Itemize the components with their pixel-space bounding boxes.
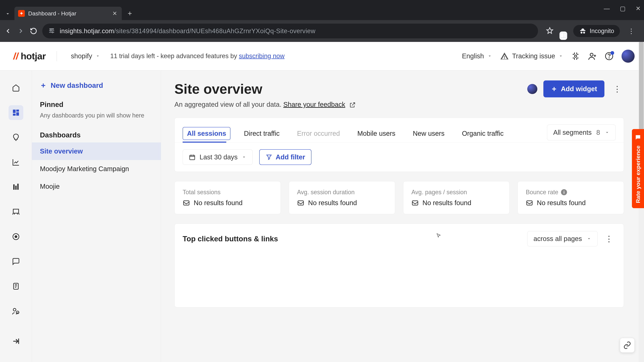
chevron-down-icon	[487, 52, 492, 60]
segment-mobile-users[interactable]: Mobile users	[353, 127, 400, 140]
svg-point-5	[574, 55, 577, 57]
rail-home[interactable]	[8, 80, 23, 95]
help-icon[interactable]	[605, 52, 614, 60]
minimize-icon[interactable]: —	[604, 5, 610, 12]
info-icon[interactable]: i	[561, 189, 567, 195]
segment-error-occurred[interactable]: Error occurred	[293, 127, 344, 140]
hotjar-favicon-icon: ✦	[18, 10, 25, 17]
tracking-status[interactable]: Tracking issue	[500, 52, 563, 60]
app-topbar: // hotjar shopify 11 trial days left - k…	[0, 42, 644, 70]
chevron-down-icon	[587, 235, 591, 243]
segment-new-users[interactable]: New users	[409, 127, 448, 140]
chevron-down-icon	[242, 153, 246, 161]
rail-engage[interactable]	[8, 304, 23, 319]
side-panel-icon[interactable]	[560, 31, 567, 40]
incognito-badge[interactable]: Incognito	[573, 25, 620, 37]
chevron-down-icon	[558, 52, 563, 60]
svg-rect-9	[13, 110, 16, 113]
svg-rect-15	[17, 184, 18, 190]
filters-panel: All sessions Direct traffic Error occurr…	[174, 118, 624, 172]
svg-rect-10	[16, 110, 19, 112]
rail-funnels[interactable]	[8, 180, 23, 194]
forward-button[interactable]	[17, 27, 25, 35]
back-button[interactable]	[4, 27, 12, 35]
rail-heatmaps[interactable]	[8, 204, 23, 219]
dashboards-heading: Dashboards	[32, 123, 161, 142]
page-title: Site overview	[174, 81, 521, 97]
browser-menu-icon[interactable]: ⋮	[626, 27, 636, 35]
user-avatar[interactable]	[622, 50, 634, 63]
add-widget-button[interactable]: Add widget	[544, 80, 604, 97]
new-dashboard-button[interactable]: New dashboard	[32, 78, 161, 92]
site-settings-icon[interactable]	[48, 27, 55, 35]
language-picker[interactable]: English	[462, 52, 492, 60]
rate-experience-tab[interactable]: Rate your experience	[632, 129, 644, 208]
external-link-icon	[349, 102, 356, 108]
svg-rect-13	[13, 184, 14, 190]
rail-recordings[interactable]	[8, 229, 23, 244]
invite-icon[interactable]	[588, 52, 597, 60]
bookmark-icon[interactable]	[546, 27, 554, 35]
warning-icon	[500, 52, 509, 60]
widget-title: Top clicked buttons & links	[183, 235, 527, 243]
url-text: insights.hotjar.com/sites/3814994/dashbo…	[60, 27, 316, 35]
svg-rect-0	[50, 29, 51, 29]
main-content: Site overview Add widget ⋮ An aggregated…	[161, 70, 644, 362]
site-picker[interactable]: shopify	[68, 51, 104, 61]
svg-point-19	[13, 308, 16, 311]
sidebar-item-site-overview[interactable]: Site overview	[32, 142, 161, 160]
page-more-icon[interactable]: ⋮	[610, 84, 624, 94]
sidebar-item-moojie[interactable]: Moojie	[32, 178, 161, 195]
browser-tab-active[interactable]: ✦ Dashboard - Hotjar ✕	[14, 7, 122, 20]
rail-dashboards[interactable]	[8, 105, 23, 120]
hotjar-logo[interactable]: // hotjar	[14, 51, 46, 61]
rail-highlights[interactable]	[8, 130, 23, 145]
metric-bounce-rate: Bounce ratei No results found	[518, 181, 624, 214]
metric-avg-duration: Avg. session duration No results found	[289, 181, 395, 214]
widget-scope-dropdown[interactable]: across all pages	[527, 231, 598, 246]
svg-point-3	[52, 32, 53, 33]
svg-point-17	[15, 236, 17, 238]
nav-rail	[0, 70, 32, 362]
segment-all-sessions[interactable]: All sessions	[183, 127, 230, 140]
svg-rect-12	[13, 114, 16, 116]
widget-top-clicked: Top clicked buttons & links across all p…	[174, 224, 624, 307]
svg-point-2	[50, 30, 52, 31]
rail-trends[interactable]	[8, 155, 23, 170]
page-subtitle: An aggregated view of all your data. Sha…	[174, 101, 624, 108]
rail-expand[interactable]	[8, 334, 23, 349]
date-range-picker[interactable]: Last 30 days	[183, 149, 252, 165]
hotjar-logo-text: hotjar	[21, 51, 46, 61]
close-tab-icon[interactable]: ✕	[112, 10, 117, 17]
reload-button[interactable]	[30, 27, 38, 35]
maximize-icon[interactable]: ▢	[620, 5, 626, 12]
chat-icon	[634, 134, 641, 142]
sidebar-item-moodjoy[interactable]: Moodjoy Marketing Campaign	[32, 160, 161, 178]
tab-search-dropdown[interactable]	[3, 9, 13, 19]
integrations-icon[interactable]	[571, 52, 580, 60]
widget-more-icon[interactable]: ⋮	[602, 234, 616, 244]
copy-link-fab[interactable]	[620, 338, 634, 353]
subscribe-link[interactable]: subscribing now	[239, 52, 284, 59]
chevron-down-icon	[605, 129, 610, 136]
share-feedback-link[interactable]: Share your feedback	[283, 101, 345, 108]
tab-title: Dashboard - Hotjar	[28, 10, 76, 17]
svg-rect-4	[560, 33, 566, 38]
svg-point-6	[590, 53, 593, 56]
url-field[interactable]: insights.hotjar.com/sites/3814994/dashbo…	[42, 24, 538, 38]
add-filter-button[interactable]: Add filter	[259, 149, 312, 165]
active-segment-underline	[183, 142, 226, 143]
chevron-down-icon	[96, 52, 100, 60]
owner-avatar[interactable]	[527, 84, 537, 94]
segment-direct-traffic[interactable]: Direct traffic	[240, 127, 284, 140]
dashboards-sidepanel: New dashboard Pinned Any dashboards you …	[32, 70, 161, 362]
all-segments-dropdown[interactable]: All segments 8	[547, 124, 616, 140]
close-window-icon[interactable]: ✕	[636, 5, 641, 12]
svg-rect-1	[52, 29, 54, 29]
new-tab-button[interactable]: +	[126, 9, 134, 17]
rail-feedback[interactable]	[8, 254, 23, 269]
browser-tabbar: ✦ Dashboard - Hotjar ✕ + — ▢ ✕	[0, 0, 644, 20]
scrollbar-track[interactable]	[639, 70, 644, 362]
rail-surveys[interactable]	[8, 279, 23, 294]
segment-organic-traffic[interactable]: Organic traffic	[458, 127, 508, 140]
